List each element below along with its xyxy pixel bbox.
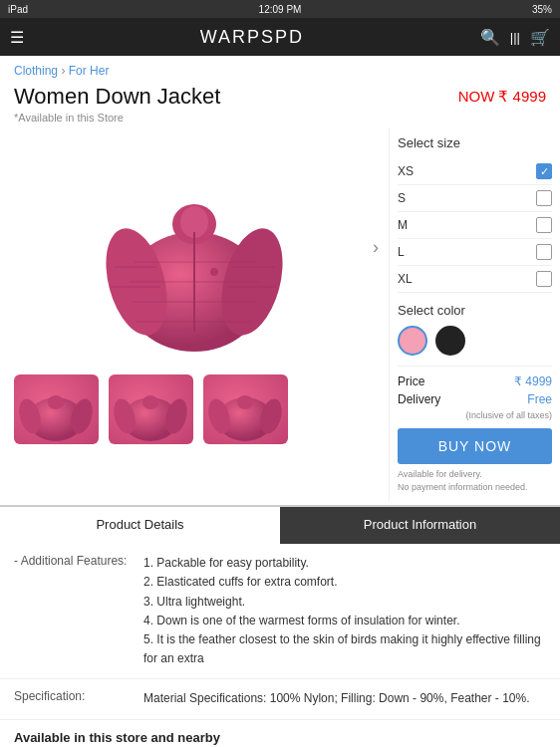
header: ☰ WARPSPD 🔍 ||| 🛒	[0, 18, 560, 56]
size-m-row: M	[398, 212, 552, 239]
specification-section: Specification: Material Specifications: …	[0, 679, 560, 719]
svg-point-22	[142, 395, 158, 409]
tab-product-details[interactable]: Product Details	[0, 507, 280, 544]
tab-product-information[interactable]: Product Information	[280, 507, 560, 544]
status-time: 12:09 PM	[259, 4, 302, 15]
price-value: ₹ 4999	[514, 374, 552, 388]
delivery-note: Available for delivery. No payment infor…	[398, 468, 552, 493]
breadcrumb-category[interactable]: Clothing	[14, 64, 58, 78]
size-s-label: S	[398, 191, 406, 205]
options-column: Select size XS ✓ S M L XL Select color	[389, 127, 560, 501]
product-availability: *Available in this Store	[14, 112, 220, 124]
search-icon[interactable]: 🔍	[480, 28, 500, 47]
breadcrumb: Clothing › For Her	[0, 56, 560, 82]
brand-name: WARPSPD	[24, 27, 480, 48]
additional-features-label: - Additional Features:	[14, 554, 143, 668]
size-section-title: Select size	[398, 135, 552, 150]
size-xs-row: XS ✓	[398, 158, 552, 185]
delivery-note-line1: Available for delivery.	[398, 468, 552, 481]
size-m-label: M	[398, 218, 408, 232]
size-xl-checkbox[interactable]	[536, 271, 552, 287]
main-content: ›	[0, 127, 560, 501]
price-row: Price ₹ 4999	[398, 374, 552, 388]
status-left: iPad	[8, 4, 28, 15]
cart-icon[interactable]: 🛒	[530, 28, 550, 47]
price-label: Price	[398, 374, 424, 388]
size-xs-checkbox[interactable]: ✓	[536, 163, 552, 179]
color-swatch-pink[interactable]	[398, 326, 427, 356]
delivery-label: Delivery	[398, 392, 440, 406]
available-title: Available in this store and nearby	[14, 730, 220, 745]
barcode-icon[interactable]: |||	[510, 30, 520, 45]
size-l-checkbox[interactable]	[536, 244, 552, 260]
product-image-area: ›	[0, 127, 389, 367]
buy-now-button[interactable]: BUY NOW	[398, 428, 552, 464]
product-tabs: Product Details Product Information	[0, 505, 560, 544]
next-image-button[interactable]: ›	[373, 237, 379, 258]
size-m-checkbox[interactable]	[536, 217, 552, 233]
color-section: Select color	[398, 303, 552, 356]
product-header: Women Down Jacket *Available in this Sto…	[0, 82, 560, 127]
svg-point-26	[237, 395, 253, 409]
thumbnail-1[interactable]	[14, 374, 99, 444]
tax-note: (Inclusive of all taxes)	[398, 410, 552, 420]
size-s-row: S	[398, 185, 552, 212]
status-bar: iPad 12:09 PM 35%	[0, 0, 560, 18]
size-l-row: L	[398, 239, 552, 266]
image-column: ›	[0, 127, 389, 501]
product-title: Women Down Jacket	[14, 84, 220, 110]
delivery-note-line2: No payment information needed.	[398, 481, 552, 494]
size-s-checkbox[interactable]	[536, 190, 552, 206]
header-actions: 🔍 ||| 🛒	[480, 28, 550, 47]
breadcrumb-separator: ›	[61, 64, 65, 78]
breadcrumb-subcategory[interactable]: For Her	[69, 64, 110, 78]
size-xs-label: XS	[398, 164, 414, 178]
size-xl-row: XL	[398, 266, 552, 293]
svg-point-14	[210, 268, 218, 276]
size-xl-label: XL	[398, 272, 413, 286]
delivery-value: Free	[527, 392, 552, 406]
available-section: Available in this store and nearby	[0, 720, 560, 748]
additional-features-content: 1. Packable for easy portability. 2. Ela…	[143, 554, 546, 668]
status-right: 35%	[532, 4, 552, 15]
additional-features-section: - Additional Features: 1. Packable for e…	[0, 544, 560, 679]
price-section: Price ₹ 4999 Delivery Free (Inclusive of…	[398, 366, 552, 420]
thumbnail-strip	[0, 367, 389, 452]
thumbnail-2[interactable]	[109, 374, 193, 444]
color-swatches	[398, 326, 552, 356]
specification-content: Material Specifications: 100% Nylon; Fil…	[143, 689, 530, 708]
product-price: NOW ₹ 4999	[458, 88, 546, 106]
size-l-label: L	[398, 245, 405, 259]
svg-point-18	[48, 395, 64, 409]
color-section-title: Select color	[398, 303, 552, 318]
thumbnail-3[interactable]	[203, 374, 288, 444]
color-swatch-black[interactable]	[435, 326, 465, 356]
specification-label: Specification:	[14, 689, 143, 708]
product-image	[95, 142, 294, 352]
menu-icon[interactable]: ☰	[10, 28, 24, 47]
delivery-row: Delivery Free	[398, 392, 552, 406]
